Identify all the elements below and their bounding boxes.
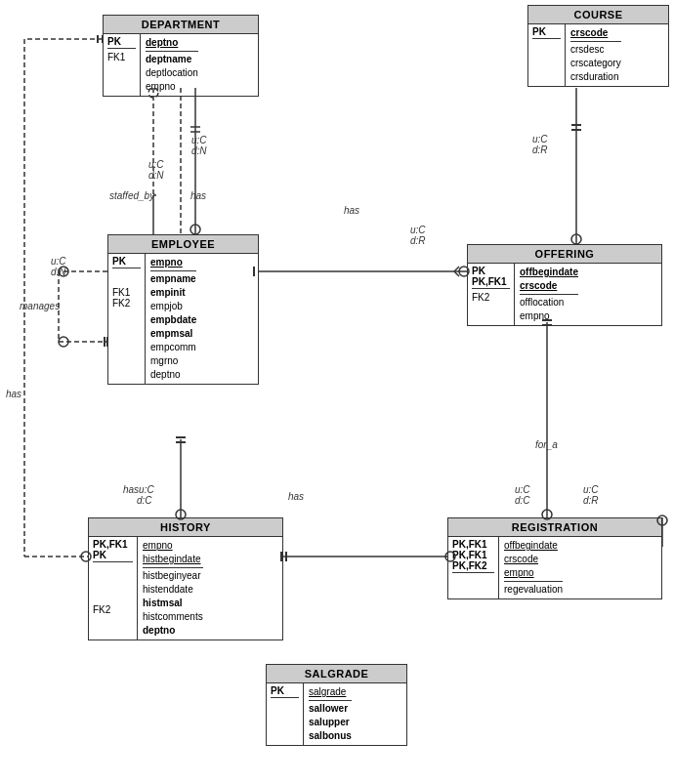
- diagram-container: DEPARTMENT PK FK1 deptno deptname deptlo…: [0, 0, 674, 784]
- history-histbeginyear: histbeginyear: [143, 569, 203, 583]
- employee-empjob: empjob: [150, 300, 196, 313]
- course-header: COURSE: [528, 6, 668, 24]
- label-uc-course-off: u:C: [532, 134, 548, 144]
- entity-department: DEPARTMENT PK FK1 deptno deptname deptlo…: [103, 15, 259, 97]
- employee-pk-col: PK FK1 FK2: [108, 254, 146, 384]
- department-empno: empno: [146, 80, 198, 94]
- history-histenddate: histenddate: [143, 583, 203, 597]
- label-dn-3: d:N: [51, 267, 66, 277]
- registration-regevaluation: regevaluation: [504, 583, 563, 597]
- label-uc-hist-reg: u:C: [515, 484, 530, 495]
- entity-salgrade: SALGRADE PK salgrade sallower salupper s…: [266, 664, 407, 746]
- registration-pk-col: PK,FK1 PK,FK1 PK,FK2: [448, 537, 499, 598]
- history-histmsal: histmsal: [143, 597, 203, 610]
- registration-empno: empno: [504, 566, 563, 580]
- entity-history: HISTORY PK,FK1 PK FK2 empno histbegindat…: [88, 517, 283, 640]
- salgrade-salupper: salupper: [309, 716, 352, 729]
- registration-crscode: crscode: [504, 553, 563, 566]
- label-manages: manages: [20, 301, 60, 311]
- label-uc-reg-right: u:C: [583, 484, 599, 495]
- offering-offlocation: offlocation: [520, 296, 578, 309]
- employee-deptno: deptno: [150, 368, 196, 382]
- entity-employee: EMPLOYEE PK FK1 FK2 empno empname empini…: [107, 234, 259, 385]
- employee-header: EMPLOYEE: [108, 235, 258, 254]
- history-pk-label: PK: [93, 550, 106, 560]
- course-pk-label: PK: [532, 26, 546, 37]
- course-pk-col: PK: [528, 24, 566, 86]
- label-dr-reg-right: d:R: [583, 495, 599, 506]
- label-has-left: has: [6, 389, 21, 399]
- entity-course: COURSE PK crscode crsdesc crscategory cr…: [527, 5, 669, 87]
- label-has-hist-reg: has: [288, 491, 304, 502]
- label-dn-2: d:N: [191, 145, 207, 156]
- department-deptlocation: deptlocation: [146, 66, 198, 80]
- course-crsdesc: crsdesc: [570, 43, 621, 57]
- registration-pk-fk1b-label: PK,FK1: [452, 550, 487, 560]
- course-attrs: crscode crsdesc crscategory crsduration: [566, 24, 626, 86]
- label-uc-emp-off: u:C: [410, 225, 426, 235]
- offering-empno: empno: [520, 309, 578, 323]
- employee-pk-label: PK: [112, 256, 126, 267]
- offering-pk-label: PK: [472, 266, 485, 276]
- label-has-emp-off: has: [344, 205, 359, 216]
- employee-empno: empno: [150, 256, 196, 269]
- department-header: DEPARTMENT: [104, 16, 258, 34]
- registration-attrs: offbegindate crscode empno regevaluation: [499, 537, 568, 598]
- svg-point-22: [59, 337, 68, 347]
- history-pk-fk1-label: PK,FK1: [93, 539, 128, 550]
- offering-pk-col: PK PK,FK1 FK2: [468, 264, 515, 325]
- label-uc-1: u:C: [148, 159, 164, 170]
- offering-crscode: crscode: [520, 279, 578, 293]
- course-crscode: crscode: [570, 26, 621, 40]
- history-histcomments: histcomments: [143, 610, 203, 624]
- registration-pk-fk2-label: PK,FK2: [452, 560, 487, 571]
- history-pk-col: PK,FK1 PK FK2: [89, 537, 138, 640]
- entity-offering: OFFERING PK PK,FK1 FK2 offbegindate crsc…: [467, 244, 662, 326]
- history-attrs: empno histbegindate histbeginyear histen…: [138, 537, 208, 640]
- entity-registration: REGISTRATION PK,FK1 PK,FK1 PK,FK2 offbeg…: [447, 517, 662, 599]
- history-deptno: deptno: [143, 624, 203, 638]
- department-pk-label: PK: [107, 36, 121, 47]
- svg-point-29: [571, 234, 581, 244]
- history-empno: empno: [143, 539, 203, 553]
- course-fk-placeholder: [532, 40, 561, 53]
- salgrade-pk-col: PK: [267, 683, 304, 745]
- offering-pk-fk1-label: PK,FK1: [472, 276, 507, 287]
- label-dc: d:C: [137, 495, 152, 506]
- label-dn-1: d:N: [148, 170, 164, 181]
- employee-empinit: empinit: [150, 286, 196, 300]
- offering-offbegindate: offbegindate: [520, 266, 578, 279]
- employee-mgrno: mgrno: [150, 354, 196, 368]
- label-dr-emp-off: d:R: [410, 235, 426, 246]
- label-dr-course-off: d:R: [532, 144, 548, 155]
- label-uc-3: u:C: [51, 256, 66, 267]
- label-dc-hist-reg: d:C: [515, 495, 530, 506]
- department-attrs: deptno deptname deptlocation empno: [141, 34, 203, 96]
- employee-empcomm: empcomm: [150, 341, 196, 354]
- registration-fk-placeholder: [452, 574, 494, 587]
- svg-line-26: [454, 267, 459, 271]
- employee-attrs: empno empname empinit empjob empbdate em…: [146, 254, 201, 384]
- offering-header: OFFERING: [468, 245, 661, 264]
- salgrade-salgrade: salgrade: [309, 685, 352, 699]
- label-staffed-by: staffed_by: [109, 190, 154, 201]
- history-histbegindate: histbegindate: [143, 553, 203, 566]
- employee-empmsal: empmsal: [150, 327, 196, 341]
- svg-point-6: [190, 225, 200, 234]
- salgrade-salbonus: salbonus: [309, 729, 352, 743]
- salgrade-header: SALGRADE: [267, 665, 406, 683]
- history-fk2-label: FK2: [93, 563, 133, 615]
- department-fk-label: FK1: [107, 50, 136, 62]
- salgrade-sallower: sallower: [309, 702, 352, 716]
- offering-fk2-label: FK2: [472, 290, 510, 303]
- history-header: HISTORY: [89, 518, 282, 537]
- course-crscategory: crscategory: [570, 57, 621, 70]
- label-hasu-c: hasu:C: [123, 484, 154, 495]
- employee-empname: empname: [150, 272, 196, 286]
- label-for-a: for_a: [535, 439, 558, 450]
- employee-empbdate: empbdate: [150, 313, 196, 327]
- salgrade-fk-placeholder: [271, 699, 299, 712]
- label-uc-2: u:C: [191, 135, 207, 145]
- registration-offbegindate: offbegindate: [504, 539, 563, 553]
- department-pk-col: PK FK1: [104, 34, 141, 96]
